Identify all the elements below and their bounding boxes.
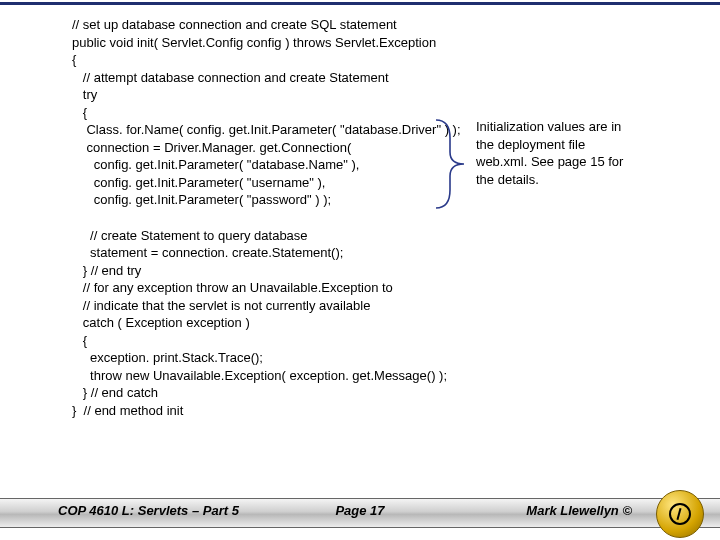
- slide-content: // set up database connection and create…: [72, 16, 700, 420]
- code-line: // set up database connection and create…: [72, 17, 397, 32]
- code-line: try: [72, 87, 97, 102]
- code-line: {: [72, 52, 76, 67]
- code-line: Class. for.Name( config. get.Init.Parame…: [72, 122, 461, 137]
- code-line: config. get.Init.Parameter( "password" )…: [72, 192, 331, 207]
- code-line: // create Statement to query database: [72, 228, 308, 243]
- code-line: } // end try: [72, 263, 141, 278]
- code-line: throw new Unavailable.Exception( excepti…: [72, 368, 447, 383]
- code-line: // indicate that the servlet is not curr…: [72, 298, 370, 313]
- code-line: catch ( Exception exception ): [72, 315, 250, 330]
- code-line: exception. print.Stack.Trace();: [72, 350, 263, 365]
- slide-footer: COP 4610 L: Servlets – Part 5 Page 17 Ma…: [0, 488, 720, 540]
- code-line: public void init( Servlet.Config config …: [72, 35, 436, 50]
- footer-author: Mark Llewellyn ©: [526, 503, 632, 518]
- code-line: {: [72, 333, 87, 348]
- ucf-logo-icon: [656, 490, 704, 538]
- code-line: connection = Driver.Manager. get.Connect…: [72, 140, 351, 155]
- callout-text: Initialization values are in the deploym…: [476, 118, 624, 188]
- code-line: } // end catch: [72, 385, 158, 400]
- code-line: statement = connection. create.Statement…: [72, 245, 343, 260]
- code-line: {: [72, 105, 87, 120]
- code-line: config. get.Init.Parameter( "username" )…: [72, 175, 325, 190]
- code-line: // attempt database connection and creat…: [72, 70, 389, 85]
- code-line: config. get.Init.Parameter( "database.Na…: [72, 157, 359, 172]
- code-listing: // set up database connection and create…: [72, 16, 700, 420]
- code-line: // for any exception throw an Unavailabl…: [72, 280, 393, 295]
- top-divider: [0, 2, 720, 5]
- annotation-callout: Initialization values are in the deploym…: [476, 118, 696, 188]
- curly-brace-icon: [430, 114, 474, 214]
- code-line: } // end method init: [72, 403, 183, 418]
